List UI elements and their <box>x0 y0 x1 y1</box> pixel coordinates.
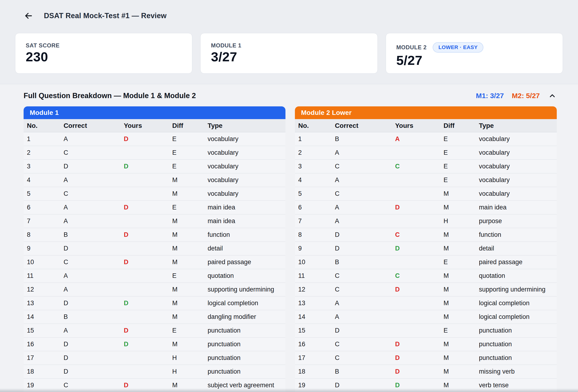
table-row: 2CEvocabulary <box>24 146 286 160</box>
cell-diff: M <box>440 231 476 238</box>
table-row: 14AMlogical completion <box>295 310 557 324</box>
table-row: 6ADMmain idea <box>295 201 557 215</box>
table-row: 11AEquotation <box>24 269 286 283</box>
cell-no: 18 <box>24 368 60 375</box>
cell-type: main idea <box>204 218 286 225</box>
table-row: 13DDMlogical completion <box>24 297 286 310</box>
cell-yours: C <box>392 231 440 238</box>
page-title: DSAT Real Mock-Test #1 — Review <box>44 11 167 20</box>
cell-type: main idea <box>204 204 286 211</box>
cell-no: 11 <box>24 272 60 279</box>
column-header-row: No.CorrectYoursDiffType <box>295 119 557 132</box>
cell-correct: A <box>332 218 392 225</box>
cell-type: punctuation <box>204 341 286 348</box>
cell-correct: C <box>332 354 392 362</box>
cell-correct: A <box>60 327 120 334</box>
module-header-bar: Module 1 <box>24 106 286 119</box>
cell-correct: C <box>60 190 120 197</box>
module2-difficulty-badge: LOWER · EASY <box>433 42 483 53</box>
column-header: No. <box>295 122 332 130</box>
cell-type: supporting undermining <box>476 286 557 293</box>
cell-diff: E <box>169 204 204 211</box>
cell-diff: M <box>440 204 476 211</box>
cell-type: missing verb <box>476 368 557 375</box>
cell-correct: A <box>332 149 392 156</box>
column-header: Type <box>476 122 557 130</box>
cell-type: purpose <box>476 218 557 225</box>
summary-cards: SAT SCORE 230 MODULE 1 3/27 MODULE 2 LOW… <box>15 33 563 74</box>
card-value: 230 <box>26 49 182 64</box>
table-row: 8DCMfunction <box>295 228 557 242</box>
cell-diff: M <box>169 190 204 197</box>
table-row: 6ADEmain idea <box>24 201 286 215</box>
cell-yours: D <box>392 368 440 375</box>
cell-type: vocabulary <box>204 190 286 197</box>
cell-diff: E <box>169 272 204 279</box>
cell-yours: D <box>121 231 169 238</box>
table-row: 3CCEvocabulary <box>295 160 557 173</box>
cell-no: 1 <box>295 135 332 143</box>
column-header: Diff <box>169 122 204 130</box>
cell-correct: D <box>60 354 120 362</box>
collapse-button[interactable] <box>548 91 557 100</box>
cell-correct: A <box>60 135 120 143</box>
table-row: 18DHpunctuation <box>24 365 286 379</box>
table-row: 5CMvocabulary <box>24 187 286 201</box>
table-row: 1ADEvocabulary <box>24 132 286 146</box>
table-row: 2AEvocabulary <box>295 146 557 160</box>
cell-diff: E <box>440 163 476 170</box>
cell-yours: D <box>121 300 169 307</box>
cell-no: 7 <box>24 218 60 225</box>
table-row: 10BEpaired passage <box>295 256 557 269</box>
cell-correct: A <box>332 176 392 184</box>
cell-type: main idea <box>476 204 557 211</box>
cell-correct: D <box>332 327 392 334</box>
table-row: 8BDMfunction <box>24 228 286 242</box>
cell-no: 14 <box>24 313 60 320</box>
table-row: 10CDMpaired passage <box>24 256 286 269</box>
cell-type: punctuation <box>476 341 557 348</box>
cell-diff: M <box>169 382 204 389</box>
cell-no: 1 <box>24 135 60 143</box>
cell-type: vocabulary <box>476 149 557 156</box>
table-row: 1BAEvocabulary <box>295 132 557 146</box>
cell-yours: D <box>392 354 440 362</box>
card-label: SAT SCORE <box>26 42 60 49</box>
table-row: 5CMvocabulary <box>295 187 557 201</box>
cell-correct: C <box>60 149 120 156</box>
cell-correct: A <box>60 218 120 225</box>
cell-correct: C <box>332 272 392 279</box>
cell-diff: M <box>440 368 476 375</box>
table-row: 16DDMpunctuation <box>24 338 286 351</box>
cell-no: 11 <box>295 272 332 279</box>
table-row: 12CDMsupporting undermining <box>295 283 557 297</box>
breakdown-title: Full Question Breakdown — Module 1 & Mod… <box>24 91 196 100</box>
cell-diff: M <box>440 382 476 389</box>
cell-correct: A <box>60 272 120 279</box>
arrow-left-icon <box>24 11 34 21</box>
cell-diff: E <box>440 176 476 184</box>
table-body: 1BAEvocabulary2AEvocabulary3CCEvocabular… <box>295 132 557 392</box>
card-value: 5/27 <box>396 53 552 68</box>
cell-diff: M <box>169 300 204 307</box>
cell-no: 4 <box>24 176 60 184</box>
cell-diff: M <box>440 286 476 293</box>
cell-diff: M <box>169 341 204 348</box>
cell-type: logical completion <box>476 313 557 320</box>
cell-correct: B <box>60 231 120 238</box>
back-button[interactable] <box>23 10 34 22</box>
table-row: 16CDMpunctuation <box>295 338 557 351</box>
cell-type: quotation <box>204 272 286 279</box>
cell-correct: C <box>60 259 120 266</box>
breakdown-section: Full Question Breakdown — Module 1 & Mod… <box>0 84 578 392</box>
cell-no: 3 <box>295 163 332 170</box>
column-header: Correct <box>332 122 392 130</box>
breakdown-header: Full Question Breakdown — Module 1 & Mod… <box>24 84 557 106</box>
cell-diff: E <box>169 327 204 334</box>
cell-type: punctuation <box>476 354 557 362</box>
cell-diff: M <box>440 300 476 307</box>
cell-no: 10 <box>295 259 332 266</box>
table-row: 9DMdetail <box>24 242 286 256</box>
cell-type: paired passage <box>204 259 286 266</box>
table-row: 12AMsupporting undermining <box>24 283 286 297</box>
